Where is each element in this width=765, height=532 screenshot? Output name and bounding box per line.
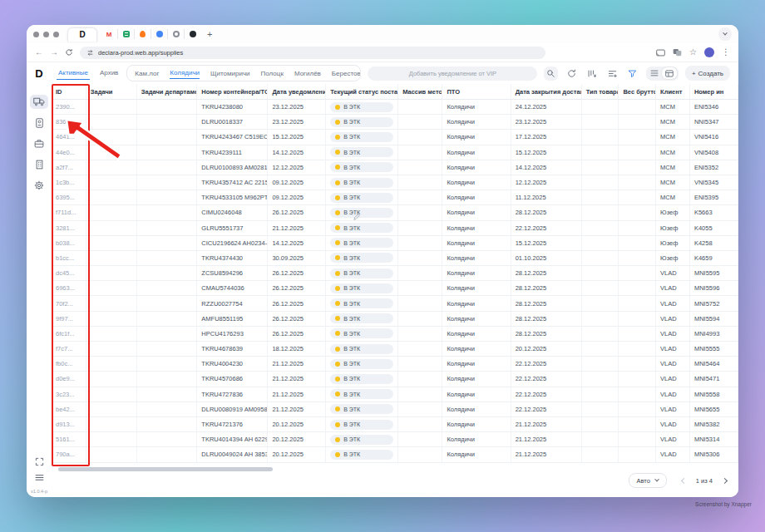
table-row[interactable]: 2390...TKRU423808023.12.2025В ЭТККолядич…	[52, 100, 738, 115]
table-row[interactable]: 6395...TKRU4533105 M962PT...09.12.2025В …	[52, 190, 738, 205]
table-row[interactable]: 1c3b...TKRU4357412 AC 2215-...09.12.2025…	[52, 175, 738, 190]
column-header[interactable]: Клиент	[656, 84, 690, 99]
tab-Полоцк[interactable]: Полоцк	[261, 68, 284, 79]
table-row[interactable]: a2f7...DLRU0100893 AM0281-...12.12.2025В…	[52, 160, 738, 175]
table-row[interactable]: fb0c...TKRU400423021.12.2025В ЭТККолядич…	[52, 357, 738, 372]
column-header[interactable]: Задачи департаментов	[137, 84, 198, 99]
bookmark-star-icon[interactable]: ☆	[689, 48, 697, 57]
table-row[interactable]: 3c23...TKRU472783621.12.2025В ЭТККолядич…	[52, 387, 738, 402]
table-row[interactable]: f711d...CIMU024604826.12.2025В ЭТККоляди…	[52, 205, 738, 220]
table-row[interactable]: f7c7...TKRU467863918.12.2025В ЭТККолядич…	[52, 342, 738, 357]
profile-avatar[interactable]	[704, 47, 714, 57]
menu-dots-icon[interactable]: ⋮	[722, 48, 730, 57]
tab-Могилёв[interactable]: Могилёв	[294, 68, 321, 79]
hamburger-icon[interactable]	[35, 474, 44, 481]
tab-Щитомиричи[interactable]: Щитомиричи	[210, 68, 250, 79]
columns-button[interactable]	[585, 66, 599, 81]
gmail-tab[interactable]: M	[101, 29, 117, 39]
sheets-tab[interactable]	[117, 29, 134, 39]
maximize-window-icon[interactable]	[53, 32, 59, 37]
create-button[interactable]: + Создать	[685, 66, 730, 81]
chevron-down-icon	[654, 477, 659, 482]
column-header[interactable]: Дата уведомления	[268, 84, 326, 99]
tab-Архив[interactable]: Архив	[98, 66, 120, 80]
close-window-icon[interactable]	[33, 32, 39, 37]
github-tab[interactable]	[184, 29, 200, 39]
forward-icon[interactable]: →	[50, 48, 58, 57]
settings-tab[interactable]	[167, 29, 184, 39]
page-size-select[interactable]: Авто	[629, 473, 667, 488]
sidebar-item-organizations[interactable]	[30, 157, 48, 171]
minimize-window-icon[interactable]	[43, 32, 49, 37]
filter-button[interactable]	[625, 66, 639, 81]
table-row[interactable]: 5161...TKRU4014394 AH 6229...20.12.2025В…	[52, 432, 738, 447]
column-header[interactable]: Номер контейнера/ТС	[197, 84, 268, 99]
cell-id: 4641...	[52, 130, 86, 144]
table-row[interactable]: 3281...GLRU555173721.12.2025В ЭТККолядич…	[52, 221, 738, 236]
cell-dept	[137, 342, 198, 356]
column-header[interactable]: Задачи	[86, 84, 137, 99]
tab-Берестовица[interactable]: Берестовица	[332, 68, 362, 79]
cell-invoice: MNI5655	[690, 402, 738, 416]
column-header[interactable]: Номер ин	[690, 84, 738, 99]
tab-search-button[interactable]	[718, 27, 732, 41]
prev-page-icon[interactable]	[681, 477, 687, 483]
table-row[interactable]: d913...TKRU472137620.12.2025В ЭТККолядич…	[52, 417, 738, 432]
sidebar-item-cases[interactable]	[30, 136, 48, 150]
table-icon	[665, 70, 674, 77]
cell-task	[86, 115, 137, 129]
cast-icon[interactable]	[656, 49, 665, 57]
table-row[interactable]: 9f97...AMFU855119526.12.2025В ЭТККолядич…	[52, 312, 738, 327]
site-info-icon[interactable]	[86, 49, 94, 57]
table-row[interactable]: 4641...TKRU4243467 C519EC...15.12.2025В …	[52, 130, 738, 145]
table-row[interactable]: 44e0...TKRU423911114.12.2025В ЭТККолядич…	[52, 145, 738, 160]
column-header[interactable]: ПТО	[442, 84, 511, 99]
new-tab-button[interactable]: +	[207, 30, 212, 39]
table-view-button[interactable]	[662, 67, 677, 79]
tab-Кам.лог[interactable]: Кам.лог	[135, 68, 159, 79]
column-header[interactable]: Массив меток	[398, 84, 442, 99]
column-header[interactable]: Тип товара	[582, 84, 619, 99]
refresh-button[interactable]	[565, 66, 579, 81]
status-dot-icon	[335, 347, 340, 352]
search-button[interactable]	[544, 66, 558, 81]
reload-icon[interactable]	[65, 48, 73, 57]
back-icon[interactable]: ←	[35, 48, 43, 57]
flame-tab[interactable]	[134, 29, 151, 39]
tab-Активные[interactable]: Активные	[57, 66, 90, 80]
search-input[interactable]	[368, 66, 537, 81]
table-row[interactable]: 836f...DLRU001833723.12.2025В ЭТККолядич…	[52, 115, 738, 130]
tab-Колядичи[interactable]: Колядичи	[170, 67, 200, 79]
table-row[interactable]: d0e9...TKRU457068621.12.2025В ЭТККолядич…	[52, 372, 738, 387]
table-row[interactable]: 790a...DLRU0049024 AH 3853-...20.12.2025…	[52, 447, 738, 462]
column-header[interactable]: Дата закрытия доставки	[511, 84, 582, 99]
column-header[interactable]: ID	[52, 84, 86, 99]
table-row[interactable]: 6963...CMAU574403626.12.2025В ЭТККолядич…	[52, 281, 738, 296]
active-browser-tab[interactable]: D	[67, 27, 97, 42]
add-row-button[interactable]	[605, 66, 619, 81]
table-row[interactable]: b038...CICU2196624 AH0234-...14.12.2025В…	[52, 236, 738, 251]
expand-icon[interactable]	[35, 457, 44, 466]
table-row[interactable]: 70f2...RZZU002775426.12.2025В ЭТККолядич…	[52, 296, 738, 311]
table-row[interactable]: dc45...ZCSU859429626.12.2025В ЭТККолядич…	[52, 266, 738, 281]
table-row[interactable]: 6fc1f...HPCU417629326.12.2025В ЭТККоляди…	[52, 327, 738, 342]
cell-notified: 18.12.2025	[268, 342, 326, 356]
cell-task	[86, 221, 137, 235]
next-page-icon[interactable]	[722, 477, 728, 483]
list-view-button[interactable]	[647, 67, 662, 79]
column-header[interactable]: Вес брутто	[619, 84, 656, 99]
sidebar-item-documents[interactable]	[30, 116, 48, 130]
sidebar-item-supplies[interactable]	[30, 95, 48, 109]
window-controls[interactable]	[33, 32, 59, 37]
cell-client: MCM	[656, 190, 690, 204]
sidebar-item-settings[interactable]	[30, 178, 48, 192]
table-row[interactable]: be42...DLRU0080919 AM0958-...21.12.2025В…	[52, 402, 738, 417]
table-row[interactable]: b1cc...TKRU437443030.09.2025В ЭТККолядич…	[52, 251, 738, 266]
column-header[interactable]: Текущий статус поставки	[326, 84, 398, 99]
horizontal-scrollbar[interactable]	[58, 467, 273, 471]
cell-labels	[398, 357, 442, 371]
cell-dept	[137, 160, 198, 175]
translate-icon[interactable]	[673, 48, 682, 57]
profile-tab[interactable]	[151, 29, 167, 39]
address-bar[interactable]: declara-prod.web.app/supplies	[80, 47, 545, 59]
